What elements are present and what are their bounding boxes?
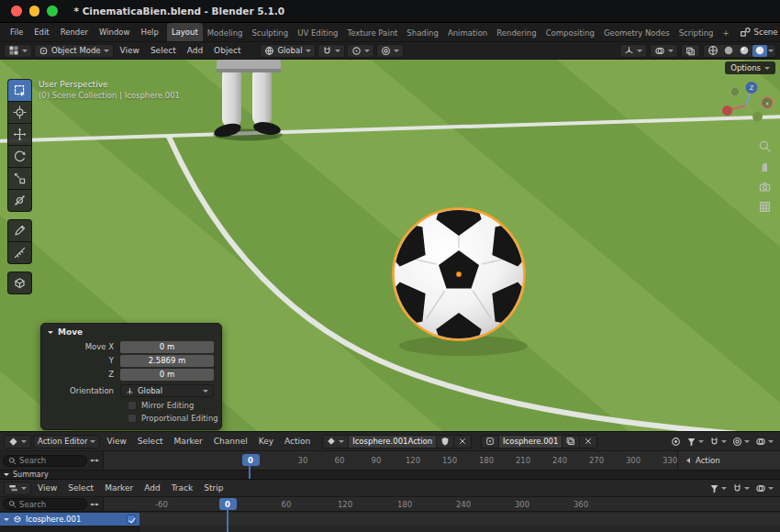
view-settings-dropdown[interactable] [755,437,774,447]
dopesheet-menu-channel[interactable]: Channel [209,437,252,446]
action-sidebar-tab[interactable]: Action [677,451,780,470]
close-window-button[interactable] [11,6,22,17]
nla-filter-dropdown[interactable] [709,483,727,493]
shading-settings-caret[interactable] [768,50,774,52]
move-x-field[interactable]: 0 m [120,341,214,353]
tool-measure[interactable] [7,241,32,264]
slot-browse-button[interactable] [482,436,498,448]
menu-help[interactable]: Help [135,23,163,42]
menu-render[interactable]: Render [55,23,94,42]
orientation-dropdown[interactable]: Global [260,44,315,58]
summary-channel-row[interactable]: Summary [0,470,780,479]
dopesheet-search-input[interactable] [19,456,82,465]
unlink-action-button[interactable] [453,436,471,448]
nla-track-lane[interactable] [139,512,780,532]
workspace-tab-sculpting[interactable]: Sculpting [247,24,293,42]
zoom-window-button[interactable] [47,6,58,17]
move-z-field[interactable]: 0 m [120,369,214,381]
snap-dropdown[interactable] [709,437,727,447]
character-legs[interactable] [209,60,290,142]
channel-row-icosphere[interactable]: Icosphere.001 [0,513,139,526]
viewport-3d[interactable]: User Perspective (0) Scene Collection | … [0,60,780,431]
tool-cursor[interactable] [7,101,32,124]
proportional-editing-checkbox[interactable] [128,414,137,423]
dopesheet-ruler[interactable]: 30 60 90 120 150 180 210 240 270 300 330… [0,450,780,470]
dopesheet-menu-key[interactable]: Key [254,437,278,446]
nla-view-settings-dropdown[interactable] [755,483,774,493]
workspace-tab-modeling[interactable]: Modeling [203,24,248,42]
shading-rendered-button[interactable] [752,45,767,57]
snap-dropdown[interactable] [318,44,345,58]
playhead-line[interactable] [227,509,228,532]
fake-user-button[interactable] [436,436,453,448]
camera-view-button[interactable] [758,180,772,194]
nla-ruler[interactable]: -60 60 120 180 240 300 360 0 [0,496,780,511]
perspective-toggle-button[interactable] [758,200,772,214]
action-editor-mode-dropdown[interactable]: Action Editor [33,435,100,449]
workspace-tab-layout[interactable]: Layout [167,23,203,42]
menu-edit[interactable]: Edit [28,23,54,42]
menu-select[interactable]: Select [146,46,181,55]
nla-menu-view[interactable]: View [33,483,61,493]
menu-window[interactable]: Window [94,23,136,42]
mirror-editing-checkbox[interactable] [128,401,137,410]
summary-expand-caret[interactable] [4,473,9,476]
current-frame-indicator[interactable]: 0 [242,454,260,466]
workspace-tab-scripting[interactable]: Scripting [674,24,719,42]
tool-move[interactable] [7,123,32,146]
scene-selector[interactable]: Scene [734,27,780,38]
gizmo-y-axis[interactable] [752,112,763,122]
add-workspace-button[interactable]: + [718,24,733,42]
workspace-tab-compositing[interactable]: Compositing [541,24,599,42]
editor-type-button[interactable] [4,44,32,58]
expand-arrows-icon[interactable] [89,455,100,466]
nla-menu-strip[interactable]: Strip [199,483,228,493]
proportional-dropdown[interactable] [732,437,750,447]
gizmos-dropdown[interactable] [619,44,647,58]
dopesheet-menu-select[interactable]: Select [133,437,168,446]
options-button[interactable]: Options [725,61,775,74]
menu-file[interactable]: File [5,23,28,42]
workspace-tab-geometry-nodes[interactable]: Geometry Nodes [599,24,674,42]
gizmo-y-neg-axis[interactable] [730,87,740,96]
shading-wireframe-button[interactable] [706,45,720,57]
workspace-tab-texture-paint[interactable]: Texture Paint [343,24,403,42]
proportional-edit-dropdown[interactable] [376,44,404,58]
move-y-field[interactable]: 2.5869 m [120,355,214,367]
workspace-tab-animation[interactable]: Animation [443,24,492,42]
menu-object[interactable]: Object [209,46,245,55]
view-navigation-gizmo[interactable]: Z x [718,79,774,130]
nla-snap-dropdown[interactable] [732,483,750,493]
tool-annotate[interactable] [7,219,32,242]
dopesheet-editor-type-button[interactable] [4,435,31,449]
unlink-slot-button[interactable] [579,436,596,448]
action-name-field[interactable]: Icosphere.001Action [348,436,436,448]
orientation-select[interactable]: Global [120,384,214,397]
workspace-tab-rendering[interactable]: Rendering [492,24,540,42]
nla-menu-marker[interactable]: Marker [100,483,138,493]
action-browse-button[interactable] [323,436,348,448]
dopesheet-menu-marker[interactable]: Marker [170,437,207,446]
mode-dropdown[interactable]: Object Mode [34,44,114,58]
gizmo-x-neg-axis[interactable] [722,105,732,116]
soccer-ball-object[interactable] [389,205,529,344]
menu-view[interactable]: View [116,46,144,55]
menu-add[interactable]: Add [183,46,207,55]
minimize-window-button[interactable] [29,6,40,17]
slot-name-field[interactable]: Icosphere.001 [498,436,562,448]
tool-transform[interactable] [7,189,32,212]
channel-expand-caret[interactable] [4,518,9,521]
nla-editor-type-button[interactable] [4,482,31,495]
overlays-dropdown[interactable] [650,44,678,58]
filter-dropdown[interactable] [686,437,704,447]
tool-rotate[interactable] [7,145,32,168]
workspace-tab-shading[interactable]: Shading [402,24,443,42]
nla-menu-track[interactable]: Track [167,483,198,493]
nla-menu-select[interactable]: Select [63,483,98,493]
tool-select-box[interactable] [7,79,32,102]
shading-solid-button[interactable] [721,45,736,57]
dopesheet-menu-action[interactable]: Action [280,437,315,446]
channel-mute-checkbox[interactable] [127,515,136,524]
duplicate-slot-button[interactable] [562,436,579,448]
zoom-button[interactable] [758,139,772,153]
